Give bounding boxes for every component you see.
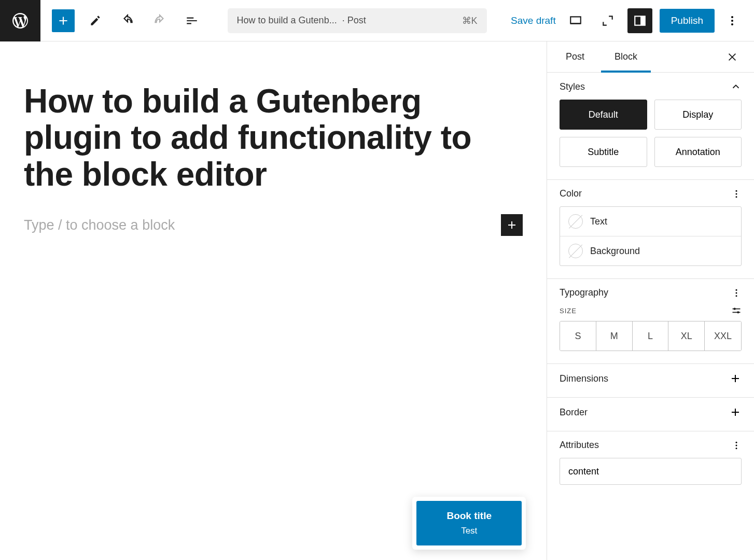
add-block-button[interactable] — [52, 9, 75, 32]
dimensions-panel: Dimensions — [547, 364, 754, 398]
styles-panel: Styles Default Display Subtitle Annotati… — [547, 73, 754, 180]
style-variations: Default Display Subtitle Annotation — [560, 100, 742, 167]
more-vertical-icon — [731, 440, 742, 451]
color-background-row[interactable]: Background — [560, 236, 741, 265]
swatch-none-icon — [568, 214, 583, 229]
dimensions-panel-header[interactable]: Dimensions — [560, 372, 742, 385]
close-sidebar-button[interactable] — [723, 48, 742, 66]
plus-icon — [57, 14, 70, 27]
svg-point-5 — [736, 190, 737, 191]
svg-point-15 — [736, 447, 737, 449]
color-text-label: Text — [590, 216, 607, 227]
post-title[interactable]: How to build a Gutenberg plugin to add f… — [24, 83, 523, 192]
more-vertical-icon — [726, 15, 738, 27]
svg-point-10 — [736, 295, 737, 297]
block-placeholder: Type / to choose a block — [24, 217, 175, 233]
svg-point-14 — [736, 444, 737, 446]
svg-point-12 — [737, 311, 739, 313]
command-palette[interactable]: How to build a Gutenb... · Post ⌘K — [228, 8, 487, 33]
document-overview-button[interactable] — [180, 9, 203, 32]
attributes-panel: Attributes — [547, 431, 754, 497]
color-text-row[interactable]: Text — [560, 207, 741, 236]
svg-point-4 — [731, 23, 733, 25]
editor-canvas[interactable]: How to build a Gutenberg plugin to add f… — [0, 41, 547, 560]
sliders-icon[interactable] — [731, 305, 742, 316]
desktop-icon — [569, 14, 582, 27]
wordpress-icon — [11, 11, 30, 30]
undo-icon — [121, 14, 134, 27]
inline-add-block-button[interactable] — [501, 214, 523, 236]
sidebar-toggle-button[interactable] — [627, 8, 652, 33]
color-background-label: Background — [590, 246, 640, 257]
typography-panel: Typography SIZE S M L XL XXL — [547, 279, 754, 364]
size-label: SIZE — [560, 307, 577, 315]
edit-icon — [89, 14, 102, 27]
styles-label: Styles — [560, 81, 585, 92]
color-label: Color — [560, 188, 582, 199]
command-shortcut: ⌘K — [462, 15, 478, 26]
block-preview-tooltip: Book title Test — [412, 497, 526, 550]
border-label: Border — [560, 407, 588, 418]
wordpress-logo[interactable] — [0, 0, 40, 41]
attributes-panel-header[interactable]: Attributes — [560, 440, 742, 451]
color-panel: Color Text Background — [547, 180, 754, 279]
list-view-icon — [185, 14, 199, 27]
attribute-content-input[interactable] — [560, 458, 742, 485]
sidebar-tabs: Post Block — [547, 41, 754, 73]
preview-button[interactable] — [563, 8, 588, 33]
save-draft-button[interactable]: Save draft — [511, 15, 556, 26]
svg-point-9 — [736, 292, 737, 293]
border-panel: Border — [547, 398, 754, 431]
command-title: How to build a Gutenb... — [237, 15, 337, 26]
publish-button[interactable]: Publish — [660, 9, 715, 33]
view-button[interactable] — [595, 8, 620, 33]
top-toolbar: How to build a Gutenb... · Post ⌘K Save … — [0, 0, 754, 41]
command-post-type: · Post — [342, 15, 366, 26]
redo-button[interactable] — [148, 9, 171, 32]
size-m[interactable]: M — [596, 321, 633, 351]
size-s[interactable]: S — [560, 321, 596, 351]
undo-button[interactable] — [116, 9, 139, 32]
tab-post[interactable]: Post — [560, 41, 591, 72]
svg-point-3 — [731, 20, 733, 22]
options-button[interactable] — [722, 8, 743, 33]
tooltip-subtitle: Test — [446, 526, 492, 536]
border-panel-header[interactable]: Border — [560, 406, 742, 418]
more-vertical-icon — [731, 288, 742, 298]
style-display[interactable]: Display — [654, 100, 742, 130]
style-annotation[interactable]: Annotation — [654, 137, 742, 167]
sidebar-icon — [633, 14, 647, 27]
svg-point-8 — [736, 289, 737, 290]
style-default[interactable]: Default — [560, 100, 647, 130]
empty-paragraph-block[interactable]: Type / to choose a block — [24, 214, 523, 236]
close-icon — [727, 51, 738, 63]
typography-panel-header[interactable]: Typography — [560, 287, 742, 298]
svg-point-7 — [736, 196, 737, 198]
color-panel-header[interactable]: Color — [560, 188, 742, 199]
redo-icon — [153, 14, 166, 27]
attributes-label: Attributes — [560, 440, 599, 451]
style-subtitle[interactable]: Subtitle — [560, 137, 647, 167]
plus-icon — [729, 406, 742, 418]
svg-point-13 — [736, 441, 737, 443]
more-vertical-icon — [731, 189, 742, 199]
expand-icon — [601, 14, 615, 27]
svg-point-6 — [736, 193, 737, 194]
tab-block[interactable]: Block — [608, 41, 644, 72]
chevron-up-icon — [730, 81, 742, 92]
plus-icon — [506, 219, 518, 231]
tooltip-title: Book title — [446, 510, 492, 522]
svg-point-2 — [731, 16, 733, 18]
tools-button[interactable] — [84, 9, 107, 32]
typography-label: Typography — [560, 287, 608, 298]
svg-rect-1 — [640, 16, 645, 25]
size-l[interactable]: L — [633, 321, 669, 351]
svg-point-11 — [734, 308, 736, 310]
settings-sidebar: Post Block Styles Default Display Subtit… — [547, 41, 754, 560]
dimensions-label: Dimensions — [560, 373, 608, 384]
size-xxl[interactable]: XXL — [705, 321, 741, 351]
plus-icon — [729, 372, 742, 385]
font-size-presets: S M L XL XXL — [560, 321, 742, 351]
styles-panel-header[interactable]: Styles — [560, 81, 742, 92]
size-xl[interactable]: XL — [668, 321, 705, 351]
